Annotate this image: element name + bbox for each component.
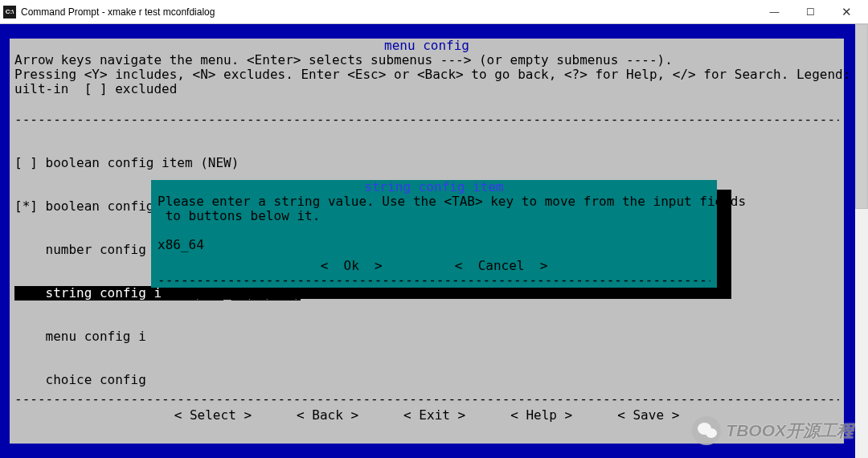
dialog-input-value[interactable]: x86_64 <box>158 238 204 252</box>
minimize-button[interactable]: — <box>756 0 792 23</box>
menuconfig-title: menu config <box>10 39 844 53</box>
list-item[interactable]: menu config i <box>14 329 301 344</box>
back-button[interactable]: < Back > <box>297 408 358 423</box>
dialog-help-text: Please enter a string value. Use the <TA… <box>158 194 710 223</box>
watermark-text: TBOOX开源工程 <box>726 419 854 442</box>
window-titlebar: C:\ Command Prompt - xmake r test mconfd… <box>0 0 868 24</box>
scrollbar[interactable] <box>855 24 868 458</box>
dialog-separator: ----------------------------------------… <box>158 273 710 288</box>
list-item[interactable]: [ ] boolean config item (NEW) <box>14 156 301 170</box>
cancel-button[interactable]: < Cancel > <box>455 259 548 273</box>
string-input-dialog: string config item Please enter a string… <box>151 180 717 288</box>
exit-button[interactable]: < Exit > <box>403 408 465 423</box>
list-item[interactable]: choice config <box>14 373 301 387</box>
scrollbar-thumb[interactable] <box>855 24 868 209</box>
save-button[interactable]: < Save > <box>617 408 679 423</box>
dialog-title: string config item <box>151 180 717 194</box>
window-title: Command Prompt - xmake r test mconfdialo… <box>21 6 756 18</box>
watermark: TBOOX开源工程 <box>692 416 854 445</box>
window-controls: — ☐ ✕ <box>756 0 865 23</box>
separator-top: ----------------------------------------… <box>14 112 839 127</box>
dialog-buttons: < Ok > < Cancel > <box>151 259 717 273</box>
separator-bottom: ----------------------------------------… <box>14 392 839 407</box>
menuconfig-box: menu config Arrow keys navigate the menu… <box>10 39 844 444</box>
ok-button[interactable]: < Ok > <box>321 259 383 273</box>
wechat-icon <box>692 416 721 445</box>
select-button[interactable]: < Select > <box>174 408 252 423</box>
close-button[interactable]: ✕ <box>829 0 865 23</box>
terminal-area: menu config Arrow keys navigate the menu… <box>0 24 868 458</box>
maximize-button[interactable]: ☐ <box>792 0 829 23</box>
cmd-icon: C:\ <box>3 6 16 18</box>
menuconfig-help: Arrow keys navigate the menu. <Enter> se… <box>14 53 839 96</box>
help-button[interactable]: < Help > <box>510 408 572 423</box>
